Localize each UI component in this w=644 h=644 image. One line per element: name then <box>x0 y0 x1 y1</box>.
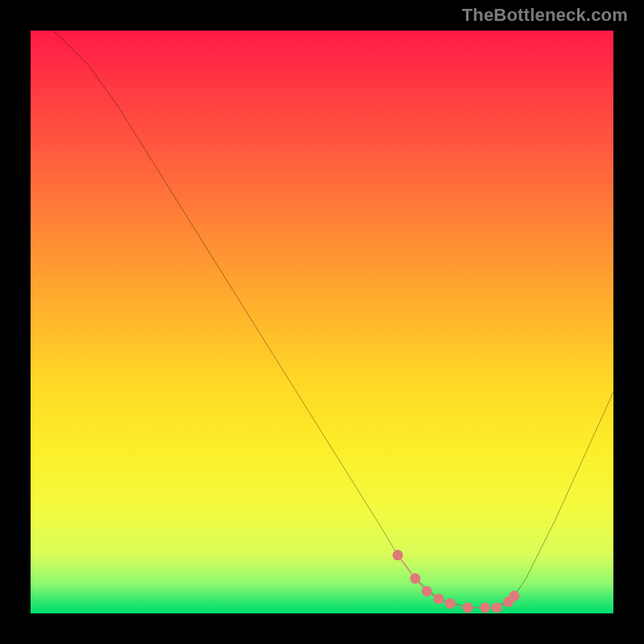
watermark-text: TheBottleneck.com <box>462 5 628 26</box>
chart-frame: TheBottleneck.com <box>0 0 644 644</box>
main-curve-path <box>31 31 613 608</box>
curve-line <box>31 31 613 613</box>
plot-area <box>31 31 613 613</box>
